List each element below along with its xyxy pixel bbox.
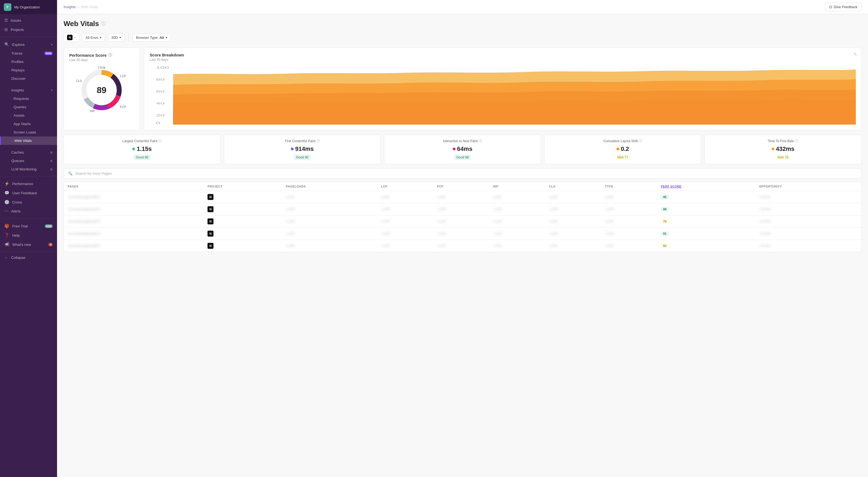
donut-labels: TTFB LCP FCP INP CLS [77, 66, 126, 114]
project-icon: N [67, 35, 72, 40]
page-info-icon[interactable]: ⓘ [101, 21, 106, 27]
dot-icon: · [10, 113, 11, 117]
feedback-icon: 💬 [4, 191, 9, 195]
sidebar-item-crons[interactable]: 🕐 Crons [0, 198, 57, 207]
sidebar-item-llm-monitoring[interactable]: · LLM Monitoring ⊕ [0, 165, 57, 173]
sidebar-item-queries[interactable]: · Queries [0, 103, 57, 111]
period-filter-btn[interactable]: 30D ▾ [108, 34, 125, 41]
sidebar-item-screen-loads[interactable]: · Screen Loads [0, 128, 57, 136]
chevron-icon: ▾ [51, 89, 53, 92]
metric-value-fcp: 914ms [228, 145, 376, 152]
inp-value: 1,234 [493, 207, 501, 211]
metric-value-lcp: 1.15s [68, 145, 216, 152]
ttfb-info-icon[interactable]: ⓘ [795, 139, 798, 143]
sidebar-item-caches[interactable]: · Caches ⊕ [0, 148, 57, 157]
col-perf-score[interactable]: PERF SCORE [657, 182, 755, 191]
dot-icon: · [8, 159, 9, 163]
sidebar-item-replays[interactable]: · Replays [0, 66, 57, 74]
table-body: /example/page/path/1N1,2341,2341,2341,23… [64, 191, 861, 252]
lcp-status: Good 90 [134, 155, 151, 160]
perf-score-value: 91 [661, 232, 669, 236]
breadcrumb-parent[interactable]: Insights [64, 5, 76, 9]
table-header: PAGES PROJECT PAGELOADS LCP FCP INP CLS … [64, 182, 861, 191]
opportunity-value: +12.5% [759, 244, 771, 248]
ttfb-value: 1,234 [605, 244, 613, 248]
fcp-dot [291, 147, 293, 150]
sidebar-item-assets[interactable]: · Assets [0, 111, 57, 120]
sidebar-item-requests[interactable]: · Requests [0, 94, 57, 103]
sidebar-item-discover[interactable]: · Discover [0, 74, 57, 83]
org-avatar: F [4, 3, 11, 11]
lcp-value: 1,234 [381, 232, 390, 236]
dot-icon: · [8, 150, 9, 155]
project-label: ▾ [74, 36, 76, 39]
sidebar-item-alerts[interactable]: 〰 Alerts [0, 207, 57, 216]
inp-value: 1,234 [493, 219, 501, 223]
project-badge: N [208, 218, 214, 225]
svg-text:60: 60 [156, 90, 164, 93]
col-pages[interactable]: PAGES [64, 182, 204, 191]
inp-info-icon[interactable]: ⓘ [479, 139, 482, 143]
lcp-info-icon[interactable]: ⓘ [158, 139, 162, 143]
sidebar-item-free-trial[interactable]: 🎁 Free Trial new [0, 222, 57, 231]
project-filter-btn[interactable]: N ▾ [64, 33, 79, 42]
svg-text:100: 100 [156, 66, 169, 69]
col-project[interactable]: PROJECT [204, 182, 282, 191]
give-feedback-button[interactable]: ⊡ Give Feedback [825, 3, 862, 11]
table-row[interactable]: /example/page/path/1N1,2341,2341,2341,23… [64, 191, 861, 203]
cls-info-icon[interactable]: ⓘ [639, 139, 642, 143]
col-inp[interactable]: INP [489, 182, 545, 191]
lcp-label: LCP [120, 74, 126, 78]
sidebar-item-insights[interactable]: · Insights ▾ [0, 86, 57, 94]
sidebar-item-collapse[interactable]: ← Collapse [0, 253, 57, 262]
col-cls[interactable]: CLS [545, 182, 601, 191]
col-fcp[interactable]: FCP [433, 182, 489, 191]
metric-value-ttfb: 432ms [709, 145, 857, 152]
lcp-value: 1,234 [381, 244, 390, 248]
sidebar-item-whats-new[interactable]: 📢 What's new 4 [0, 240, 57, 249]
sidebar-item-explore[interactable]: 🔍 Explore ▾ [0, 40, 57, 49]
sidebar-item-web-vitals[interactable]: · Web Vitals [0, 136, 57, 145]
breadcrumb: Insights > Web Vitals [64, 5, 98, 9]
sidebar-item-user-feedback[interactable]: 💬 User Feedback [0, 188, 57, 198]
col-ttfb[interactable]: TTFB [601, 182, 657, 191]
dot-icon: · [10, 105, 11, 109]
sidebar-item-label: What's new [12, 243, 31, 247]
pages-search-bar[interactable]: 🔍 Search for more Pages [64, 169, 862, 178]
col-opportunity[interactable]: OPPORTUNITY [755, 182, 861, 191]
browser-type-filter-btn[interactable]: Browser Type: All ▾ [132, 34, 171, 41]
col-lcp[interactable]: LCP [377, 182, 433, 191]
metric-card-lcp: Largest Contentful Paint ⓘ 1.15s Good 90 [64, 135, 220, 164]
expand-icon[interactable]: ⤡ [853, 52, 857, 57]
table-row[interactable]: /example/page/path/5N1,2341,2341,2341,23… [64, 240, 861, 252]
sidebar-item-projects[interactable]: ⊞ Projects [0, 25, 57, 34]
sidebar-item-help[interactable]: ❓ Help [0, 231, 57, 240]
table-row[interactable]: /example/page/path/3N1,2341,2341,2341,23… [64, 215, 861, 228]
col-pageloads[interactable]: PAGELOADS [282, 182, 377, 191]
table-row[interactable]: /example/page/path/4N1,2341,2341,2341,23… [64, 228, 861, 240]
envs-filter-btn[interactable]: All Envs ▾ [82, 34, 105, 41]
help-icon: ❓ [4, 233, 9, 238]
sidebar-item-label: Projects [10, 28, 24, 32]
ttfb-status: Meh 78 [775, 155, 790, 160]
breadcrumb-current: Web Vitals [81, 5, 98, 9]
perf-score-title: Performance Score ⓘ [69, 53, 134, 58]
project-badge: N [208, 243, 214, 249]
sidebar-item-app-starts[interactable]: · App Starts [0, 120, 57, 128]
svg-text:80: 80 [156, 78, 164, 81]
metric-title-cls: Cumulative Layout Shift ⓘ [549, 139, 696, 143]
sidebar-item-label: Performance [12, 182, 33, 186]
table-row[interactable]: /example/page/path/2N1,2341,2341,2341,23… [64, 203, 861, 215]
dot-icon: · [8, 51, 9, 55]
perf-score-info-icon[interactable]: ⓘ [108, 53, 112, 58]
ttfb-value: 1,234 [605, 232, 613, 236]
sidebar-item-queues[interactable]: · Queues ⊕ [0, 157, 57, 165]
sidebar-item-performance[interactable]: ⚡ Performance [0, 179, 57, 188]
sidebar-item-issues[interactable]: ☰ Issues [0, 16, 57, 25]
sidebar-item-traces[interactable]: · Traces beta [0, 49, 57, 58]
sidebar-item-label: Assets [13, 113, 25, 117]
fcp-info-icon[interactable]: ⓘ [316, 139, 320, 143]
sidebar-item-profiles[interactable]: · Profiles [0, 58, 57, 66]
content-area: Web Vitals ⓘ N ▾ All Envs ▾ 30D ▾ Browse… [57, 14, 868, 477]
perf-score-value: 82 [661, 244, 669, 248]
